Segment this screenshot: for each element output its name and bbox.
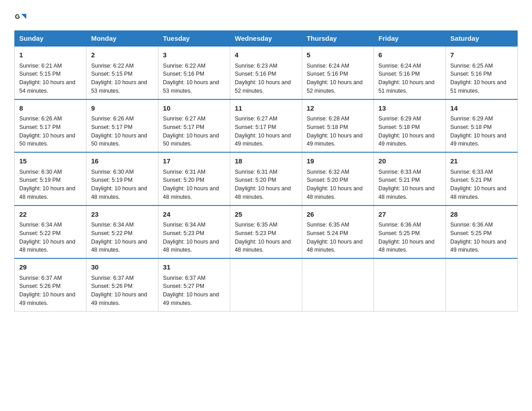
col-saturday: Saturday <box>446 31 517 47</box>
day-info: Sunrise: 6:32 AMSunset: 5:20 PMDaylight:… <box>307 169 363 200</box>
calendar-header: Sunday Monday Tuesday Wednesday Thursday… <box>15 31 518 47</box>
day-number: 5 <box>307 50 369 60</box>
day-info: Sunrise: 6:34 AMSunset: 5:23 PMDaylight:… <box>163 222 219 253</box>
calendar-cell: 24 Sunrise: 6:34 AMSunset: 5:23 PMDaylig… <box>158 206 230 259</box>
day-number: 8 <box>19 103 82 114</box>
calendar-cell: 13 Sunrise: 6:29 AMSunset: 5:18 PMDaylig… <box>374 99 446 153</box>
day-info: Sunrise: 6:30 AMSunset: 5:19 PMDaylight:… <box>91 169 147 200</box>
calendar-cell: 11 Sunrise: 6:27 AMSunset: 5:17 PMDaylig… <box>230 99 302 153</box>
calendar-cell <box>230 258 302 311</box>
day-info: Sunrise: 6:33 AMSunset: 5:21 PMDaylight:… <box>450 169 506 200</box>
day-number: 16 <box>91 156 153 167</box>
header-row: Sunday Monday Tuesday Wednesday Thursday… <box>15 31 518 47</box>
day-number: 14 <box>450 103 513 114</box>
calendar-cell <box>302 258 373 311</box>
day-info: Sunrise: 6:35 AMSunset: 5:23 PMDaylight:… <box>235 222 291 253</box>
calendar-cell: 12 Sunrise: 6:28 AMSunset: 5:18 PMDaylig… <box>302 99 373 153</box>
day-info: Sunrise: 6:24 AMSunset: 5:16 PMDaylight:… <box>307 63 363 94</box>
col-wednesday: Wednesday <box>230 31 302 47</box>
day-info: Sunrise: 6:26 AMSunset: 5:17 PMDaylight:… <box>91 116 147 147</box>
calendar-cell: 25 Sunrise: 6:35 AMSunset: 5:23 PMDaylig… <box>230 206 302 259</box>
col-friday: Friday <box>374 31 446 47</box>
day-info: Sunrise: 6:22 AMSunset: 5:16 PMDaylight:… <box>163 63 219 94</box>
calendar-week-4: 22 Sunrise: 6:34 AMSunset: 5:22 PMDaylig… <box>15 206 518 259</box>
day-info: Sunrise: 6:34 AMSunset: 5:22 PMDaylight:… <box>19 222 75 253</box>
calendar-week-2: 8 Sunrise: 6:26 AMSunset: 5:17 PMDayligh… <box>15 99 518 153</box>
day-number: 11 <box>235 103 297 114</box>
day-number: 10 <box>163 103 225 114</box>
svg-marker-1 <box>21 14 26 19</box>
day-info: Sunrise: 6:30 AMSunset: 5:19 PMDaylight:… <box>19 169 75 200</box>
day-number: 23 <box>91 210 153 220</box>
calendar-table: Sunday Monday Tuesday Wednesday Thursday… <box>14 30 518 312</box>
svg-text:G: G <box>15 13 20 20</box>
day-number: 28 <box>450 210 513 220</box>
logo-icon: G <box>14 11 27 23</box>
calendar-cell: 26 Sunrise: 6:35 AMSunset: 5:24 PMDaylig… <box>302 206 373 259</box>
day-info: Sunrise: 6:31 AMSunset: 5:20 PMDaylight:… <box>235 169 291 200</box>
calendar-cell: 18 Sunrise: 6:31 AMSunset: 5:20 PMDaylig… <box>230 152 302 206</box>
day-number: 17 <box>163 156 225 167</box>
col-sunday: Sunday <box>15 31 86 47</box>
day-info: Sunrise: 6:25 AMSunset: 5:16 PMDaylight:… <box>450 63 506 94</box>
calendar-cell: 30 Sunrise: 6:37 AMSunset: 5:26 PMDaylig… <box>86 258 158 311</box>
day-info: Sunrise: 6:29 AMSunset: 5:18 PMDaylight:… <box>450 116 506 147</box>
day-info: Sunrise: 6:28 AMSunset: 5:18 PMDaylight:… <box>307 116 363 147</box>
day-info: Sunrise: 6:26 AMSunset: 5:17 PMDaylight:… <box>19 116 75 147</box>
calendar-cell: 21 Sunrise: 6:33 AMSunset: 5:21 PMDaylig… <box>446 152 517 206</box>
day-number: 29 <box>19 262 82 273</box>
day-number: 1 <box>19 50 82 60</box>
day-info: Sunrise: 6:27 AMSunset: 5:17 PMDaylight:… <box>235 116 291 147</box>
day-info: Sunrise: 6:36 AMSunset: 5:25 PMDaylight:… <box>378 222 434 253</box>
calendar-cell <box>446 258 517 311</box>
calendar-week-1: 1 Sunrise: 6:21 AMSunset: 5:15 PMDayligh… <box>15 46 518 99</box>
calendar-cell <box>374 258 446 311</box>
logo: G <box>14 11 30 23</box>
day-info: Sunrise: 6:21 AMSunset: 5:15 PMDaylight:… <box>19 63 75 94</box>
day-info: Sunrise: 6:23 AMSunset: 5:16 PMDaylight:… <box>235 63 291 94</box>
day-number: 6 <box>378 50 441 60</box>
calendar-body: 1 Sunrise: 6:21 AMSunset: 5:15 PMDayligh… <box>15 46 518 311</box>
day-number: 22 <box>19 210 82 220</box>
day-number: 20 <box>378 156 441 167</box>
calendar-cell: 4 Sunrise: 6:23 AMSunset: 5:16 PMDayligh… <box>230 46 302 99</box>
day-number: 15 <box>19 156 82 167</box>
day-number: 30 <box>91 262 153 273</box>
col-monday: Monday <box>86 31 158 47</box>
calendar-cell: 1 Sunrise: 6:21 AMSunset: 5:15 PMDayligh… <box>15 46 86 99</box>
calendar-cell: 22 Sunrise: 6:34 AMSunset: 5:22 PMDaylig… <box>15 206 86 259</box>
calendar-cell: 2 Sunrise: 6:22 AMSunset: 5:15 PMDayligh… <box>86 46 158 99</box>
day-number: 3 <box>163 50 225 60</box>
day-info: Sunrise: 6:37 AMSunset: 5:27 PMDaylight:… <box>163 275 219 306</box>
day-info: Sunrise: 6:31 AMSunset: 5:20 PMDaylight:… <box>163 169 219 200</box>
calendar-cell: 20 Sunrise: 6:33 AMSunset: 5:21 PMDaylig… <box>374 152 446 206</box>
calendar-cell: 6 Sunrise: 6:24 AMSunset: 5:16 PMDayligh… <box>374 46 446 99</box>
col-thursday: Thursday <box>302 31 373 47</box>
page-header: G <box>14 11 518 23</box>
day-info: Sunrise: 6:37 AMSunset: 5:26 PMDaylight:… <box>91 275 147 306</box>
day-info: Sunrise: 6:27 AMSunset: 5:17 PMDaylight:… <box>163 116 219 147</box>
calendar-cell: 10 Sunrise: 6:27 AMSunset: 5:17 PMDaylig… <box>158 99 230 153</box>
day-info: Sunrise: 6:34 AMSunset: 5:22 PMDaylight:… <box>91 222 147 253</box>
day-info: Sunrise: 6:37 AMSunset: 5:26 PMDaylight:… <box>19 275 75 306</box>
day-number: 7 <box>450 50 513 60</box>
calendar-cell: 15 Sunrise: 6:30 AMSunset: 5:19 PMDaylig… <box>15 152 86 206</box>
calendar-cell: 31 Sunrise: 6:37 AMSunset: 5:27 PMDaylig… <box>158 258 230 311</box>
day-info: Sunrise: 6:22 AMSunset: 5:15 PMDaylight:… <box>91 63 147 94</box>
day-info: Sunrise: 6:36 AMSunset: 5:25 PMDaylight:… <box>450 222 506 253</box>
day-number: 31 <box>163 262 225 273</box>
day-info: Sunrise: 6:29 AMSunset: 5:18 PMDaylight:… <box>378 116 434 147</box>
day-number: 25 <box>235 210 297 220</box>
calendar-cell: 8 Sunrise: 6:26 AMSunset: 5:17 PMDayligh… <box>15 99 86 153</box>
day-number: 18 <box>235 156 297 167</box>
calendar-cell: 5 Sunrise: 6:24 AMSunset: 5:16 PMDayligh… <box>302 46 373 99</box>
day-number: 26 <box>307 210 369 220</box>
day-number: 13 <box>378 103 441 114</box>
day-info: Sunrise: 6:35 AMSunset: 5:24 PMDaylight:… <box>307 222 363 253</box>
col-tuesday: Tuesday <box>158 31 230 47</box>
calendar-cell: 9 Sunrise: 6:26 AMSunset: 5:17 PMDayligh… <box>86 99 158 153</box>
calendar-cell: 3 Sunrise: 6:22 AMSunset: 5:16 PMDayligh… <box>158 46 230 99</box>
day-number: 9 <box>91 103 153 114</box>
day-number: 12 <box>307 103 369 114</box>
calendar-cell: 16 Sunrise: 6:30 AMSunset: 5:19 PMDaylig… <box>86 152 158 206</box>
